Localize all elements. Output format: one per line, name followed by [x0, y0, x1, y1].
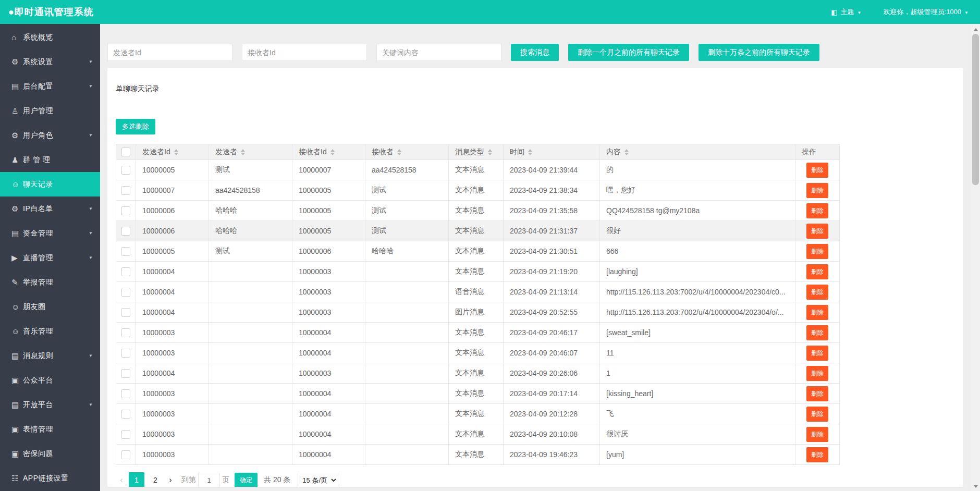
sidebar-item-funds-management[interactable]: ▤ 资金管理 ▼ [0, 221, 100, 246]
multi-delete-button[interactable]: 多选删除 [116, 119, 155, 134]
user-menu[interactable]: 欢迎你，超级管理员:1000 ▼ [884, 7, 969, 17]
sidebar-item-label: 公众平台 [23, 376, 53, 385]
sidebar-item-label: 聊天记录 [23, 180, 53, 189]
sidebar-item-app-link-settings[interactable]: ☷ APP链接设置 ▼ [0, 466, 100, 490]
delete-button[interactable]: 删除 [806, 224, 828, 239]
delete-button[interactable]: 删除 [806, 407, 828, 422]
row-checkbox[interactable] [121, 349, 130, 358]
row-checkbox[interactable] [121, 389, 130, 398]
delete-button[interactable]: 删除 [806, 346, 828, 361]
scrollbar-thumb[interactable] [972, 34, 979, 185]
theme-icon: ◧ [831, 8, 837, 16]
sidebar-item-icon: ▤ [11, 351, 23, 361]
cell-receiver-id: 10000004 [292, 424, 365, 445]
delete-button[interactable]: 删除 [806, 203, 828, 218]
sidebar-item-emoji-management[interactable]: ▣ 表情管理 ▼ [0, 417, 100, 441]
col-receiver[interactable]: 接收者 [365, 144, 449, 160]
cell-time: 2023-04-09 21:19:20 [504, 262, 600, 282]
row-checkbox[interactable] [121, 369, 130, 378]
page-2-button[interactable]: 2 [148, 472, 163, 487]
sidebar-item-security-question[interactable]: ▣ 密保问题 ▼ [0, 441, 100, 466]
cell-sender [209, 262, 292, 282]
sidebar-item-music-management[interactable]: ☺ 音乐管理 ▼ [0, 319, 100, 343]
row-checkbox[interactable] [121, 227, 130, 236]
row-checkbox[interactable] [121, 288, 130, 297]
sidebar-item-backend-config[interactable]: ▤ 后台配置 ▼ [0, 74, 100, 99]
sidebar-item-public-platform[interactable]: ▣ 公众平台 ▼ [0, 368, 100, 392]
sort-icon [241, 149, 245, 155]
cell-receiver-id: 10000005 [292, 201, 365, 221]
cell-time: 2023-04-09 21:30:51 [504, 241, 600, 262]
sidebar-item-label: 消息规则 [23, 351, 53, 361]
vertical-scrollbar[interactable] [971, 24, 980, 491]
scroll-up-arrow[interactable] [971, 26, 980, 33]
sidebar-item-group-management[interactable]: ♟ 群 管 理 ▼ [0, 148, 100, 172]
cell-time: 2023-04-09 20:52:55 [504, 302, 600, 323]
delete-button[interactable]: 删除 [806, 366, 828, 381]
sidebar-item-report-management[interactable]: ✎ 举报管理 ▼ [0, 270, 100, 294]
cell-receiver-id: 10000004 [292, 384, 365, 404]
row-checkbox[interactable] [121, 410, 130, 419]
col-sender[interactable]: 发送者 [209, 144, 292, 160]
cell-content: http://115.126.113.203:7002/u/4/10000004… [600, 302, 795, 323]
col-label: 操作 [802, 148, 816, 156]
sort-icon [330, 149, 335, 155]
page-1-button[interactable]: 1 [129, 472, 144, 487]
theme-menu[interactable]: ◧ 主题 ▼ [831, 7, 861, 17]
row-checkbox[interactable] [121, 430, 130, 439]
cell-content: QQ424528158 tg@my2108a [600, 201, 795, 221]
row-checkbox[interactable] [121, 206, 130, 215]
receiver-id-input[interactable] [242, 44, 367, 61]
row-checkbox[interactable] [121, 166, 130, 175]
row-checkbox[interactable] [121, 328, 130, 337]
next-page-button[interactable]: › [165, 475, 176, 485]
delete-button[interactable]: 删除 [806, 183, 828, 198]
row-checkbox[interactable] [121, 186, 130, 195]
sidebar-item-user-management[interactable]: ♙ 用户管理 ▼ [0, 99, 100, 123]
cell-sender [209, 384, 292, 404]
row-checkbox[interactable] [121, 267, 130, 276]
page-unit-label: 页 [222, 475, 229, 485]
delete-button[interactable]: 删除 [806, 305, 828, 320]
sidebar-item-live-management[interactable]: ▶ 直播管理 ▼ [0, 246, 100, 270]
sort-icon [528, 149, 532, 155]
confirm-page-button[interactable]: 确定 [235, 473, 258, 487]
sender-id-input[interactable] [107, 44, 232, 61]
col-content[interactable]: 内容 [600, 144, 795, 160]
delete-button[interactable]: 删除 [806, 285, 828, 300]
goto-page-input[interactable] [198, 473, 220, 487]
delete-button[interactable]: 删除 [806, 163, 828, 178]
col-receiver-id[interactable]: 接收者Id [292, 144, 365, 160]
row-checkbox[interactable] [121, 247, 130, 256]
sidebar-item-system-settings[interactable]: ⚙ 系统设置 ▼ [0, 50, 100, 74]
row-checkbox[interactable] [121, 308, 130, 317]
delete-button[interactable]: 删除 [806, 427, 828, 442]
cell-receiver [365, 424, 449, 445]
cell-sender-id: 10000005 [136, 160, 209, 180]
col-message-type[interactable]: 消息类型 [449, 144, 504, 160]
sidebar-item-ip-whitelist[interactable]: ⚙ IP白名单 ▼ [0, 197, 100, 221]
page-size-select[interactable]: 15 条/页 [298, 473, 338, 487]
cell-message-type: 文本消息 [449, 343, 504, 363]
delete-button[interactable]: 删除 [806, 386, 828, 401]
sidebar-item-chat-records[interactable]: ☺ 聊天记录 ▼ [0, 172, 100, 197]
sidebar-item-moments[interactable]: ☺ 朋友圈 ▼ [0, 294, 100, 319]
search-messages-button[interactable]: 搜索消息 [511, 44, 559, 61]
keyword-input[interactable] [376, 44, 501, 61]
col-sender-id[interactable]: 发送者Id [136, 144, 209, 160]
sidebar-item-message-rules[interactable]: ▤ 消息规则 ▼ [0, 343, 100, 368]
delete-month-old-button[interactable]: 删除一个月之前的所有聊天记录 [568, 44, 689, 61]
sidebar-item-user-roles[interactable]: ⚙ 用户角色 ▼ [0, 123, 100, 148]
row-checkbox[interactable] [121, 450, 130, 459]
delete-100k-old-button[interactable]: 删除十万条之前的所有聊天记录 [699, 44, 819, 61]
select-all-checkbox[interactable] [121, 148, 130, 156]
sidebar-item-system-overview[interactable]: ⌂ 系统概览 ▼ [0, 25, 100, 50]
prev-page-button[interactable]: ‹ [116, 475, 127, 485]
scroll-down-arrow[interactable] [971, 483, 980, 490]
delete-button[interactable]: 删除 [806, 325, 828, 340]
delete-button[interactable]: 删除 [806, 264, 828, 279]
col-time[interactable]: 时间 [504, 144, 600, 160]
delete-button[interactable]: 删除 [806, 447, 828, 462]
sidebar-item-open-platform[interactable]: ▤ 开放平台 ▼ [0, 392, 100, 417]
delete-button[interactable]: 删除 [806, 244, 828, 259]
